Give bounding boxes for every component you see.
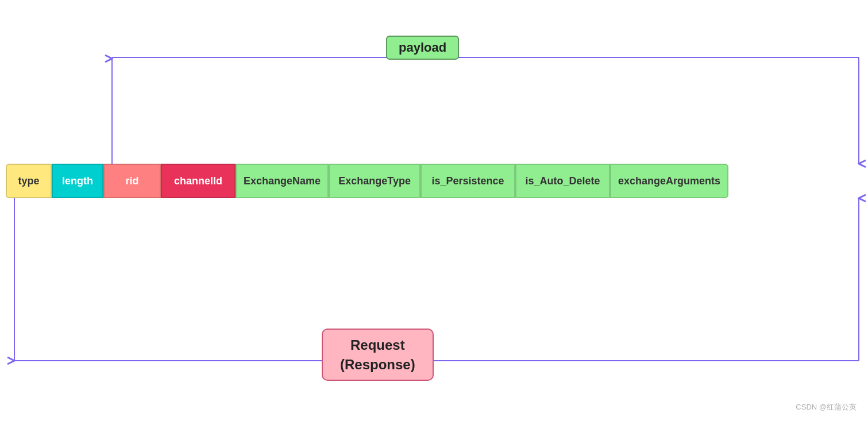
- fields-row: type length rid channelId ExchangeName E…: [6, 164, 728, 198]
- field-exchange-arguments: exchangeArguments: [610, 164, 728, 198]
- arrows-svg: [0, 0, 868, 421]
- payload-label: payload: [386, 36, 459, 60]
- field-is-persistence: is_Persistence: [421, 164, 515, 198]
- diagram-container: payload type length rid channelId Exchan…: [0, 0, 868, 421]
- field-rid: rid: [103, 164, 161, 198]
- field-channelid: channelId: [161, 164, 236, 198]
- field-is-auto-delete: is_Auto_Delete: [515, 164, 610, 198]
- field-exchange-type: ExchangeType: [329, 164, 421, 198]
- watermark: CSDN @红蒲公英: [796, 402, 857, 412]
- field-length: length: [52, 164, 103, 198]
- field-exchange-name: ExchangeName: [236, 164, 329, 198]
- field-type: type: [6, 164, 52, 198]
- request-response-label: Request(Response): [322, 329, 434, 381]
